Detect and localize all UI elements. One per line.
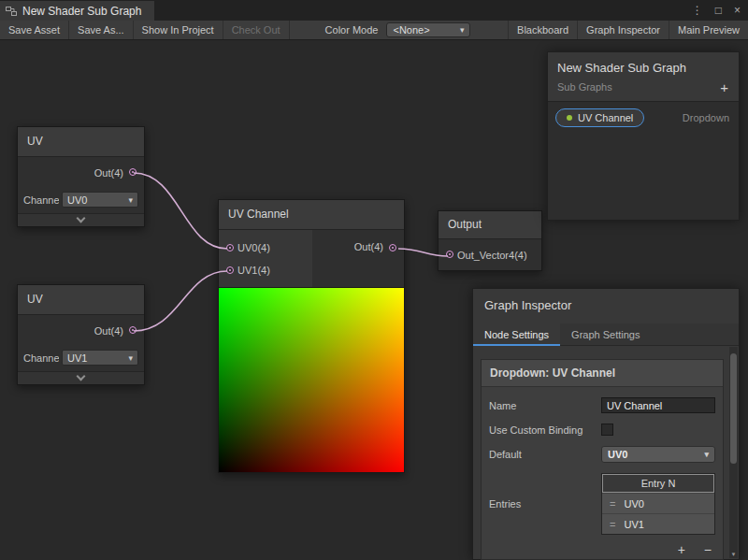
output-port-vector4[interactable] xyxy=(129,168,137,176)
title-bar: New Shader Sub Graph ⋮ □ × xyxy=(0,0,748,21)
drag-handle-icon[interactable]: = xyxy=(610,519,615,530)
name-input[interactable] xyxy=(601,397,715,413)
blackboard-header[interactable]: New Shader Sub Graph Sub Graphs + xyxy=(548,52,739,101)
output-port-label: Out(4) xyxy=(354,241,383,287)
chevron-down-icon: ▾ xyxy=(128,195,133,205)
collapse-chevron-icon xyxy=(77,214,86,223)
color-mode-value: <None> xyxy=(393,24,429,36)
check-out-button: Check Out xyxy=(223,21,290,39)
window-controls: ⋮ □ × xyxy=(692,0,741,21)
channel-dropdown[interactable]: UV1 ▾ xyxy=(62,350,138,366)
input-port-uv0[interactable] xyxy=(226,244,234,251)
tab-graph-settings[interactable]: Graph Settings xyxy=(560,323,651,345)
output-port-row: Out(4) xyxy=(312,230,404,287)
add-property-button[interactable]: + xyxy=(720,82,728,93)
channel-label: Channel xyxy=(23,194,59,206)
blackboard-item-uv-channel[interactable]: UV Channel Dropdown xyxy=(548,102,739,127)
entries-list: Entry N = UV0 = UV1 xyxy=(601,473,715,535)
node-uv-channel[interactable]: UV Channel UV0(4) UV1(4) Out(4) xyxy=(218,199,405,473)
output-port-vector4[interactable] xyxy=(129,326,137,334)
node-title[interactable]: Output xyxy=(439,211,541,239)
property-name: UV Channel xyxy=(578,112,633,123)
node-output-row: Out(4) xyxy=(18,315,144,347)
blackboard-subtitle: Sub Graphs xyxy=(557,81,729,93)
exposed-dot-icon xyxy=(567,115,572,121)
node-output-row: Out(4) xyxy=(18,157,144,189)
color-mode-dropdown[interactable]: <None> ▾ xyxy=(386,22,470,37)
drag-handle-icon[interactable]: = xyxy=(610,498,615,510)
chevron-down-icon: ▾ xyxy=(460,25,465,35)
entry-row[interactable]: = UV1 xyxy=(602,513,714,534)
inspector-content: Dropdown: UV Channel Name Use Custom Bin… xyxy=(473,346,739,560)
main-preview-toggle-button[interactable]: Main Preview xyxy=(669,21,748,39)
default-label: Default xyxy=(489,449,601,460)
entry-row[interactable]: = UV0 xyxy=(602,493,714,513)
dropdown-settings-section: Dropdown: UV Channel Name Use Custom Bin… xyxy=(481,359,724,560)
channel-row: Channel UV1 ▾ xyxy=(18,347,144,371)
graph-inspector-panel: Graph Inspector Node Settings Graph Sett… xyxy=(472,288,740,560)
input-port-label: UV1(4) xyxy=(237,262,312,279)
inspector-tabs: Node Settings Graph Settings xyxy=(473,323,739,346)
name-label: Name xyxy=(489,400,601,411)
channel-row: Channel UV0 ▾ xyxy=(18,189,144,213)
channel-dropdown[interactable]: UV0 ▾ xyxy=(62,192,138,208)
tab-title: New Shader Sub Graph xyxy=(22,5,141,18)
blackboard-panel: New Shader Sub Graph Sub Graphs + UV Cha… xyxy=(547,51,740,221)
inspector-scrollbar[interactable]: ▼ xyxy=(729,347,738,558)
blackboard-title: New Shader Sub Graph xyxy=(557,61,729,75)
add-entry-button[interactable]: + xyxy=(678,542,685,557)
chevron-down-icon: ▾ xyxy=(128,353,133,363)
menu-icon[interactable]: ⋮ xyxy=(692,4,703,17)
node-title[interactable]: UV xyxy=(18,285,144,315)
node-output[interactable]: Output Out_Vector4(4) xyxy=(438,210,542,271)
input-port-uv1[interactable] xyxy=(226,266,234,274)
tab-node-settings[interactable]: Node Settings xyxy=(473,323,560,345)
node-collapse-button[interactable] xyxy=(18,371,144,384)
color-mode-label: Color Mode xyxy=(290,21,387,39)
node-title[interactable]: UV xyxy=(18,127,144,157)
default-dropdown[interactable]: UV0 ▾ xyxy=(601,446,715,463)
node-uv-top[interactable]: UV Out(4) Channel UV0 ▾ xyxy=(17,126,145,227)
node-input-row: Out_Vector4(4) xyxy=(439,239,541,270)
channel-value: UV1 xyxy=(67,352,87,364)
channel-label: Channel xyxy=(23,352,59,364)
use-custom-binding-checkbox[interactable] xyxy=(601,424,613,436)
graph-inspector-toggle-button[interactable]: Graph Inspector xyxy=(577,21,669,39)
property-type: Dropdown xyxy=(683,112,729,123)
entries-toolbar: + − xyxy=(482,535,723,557)
output-port-vector4[interactable] xyxy=(389,244,396,251)
input-port-label: UV0(4) xyxy=(237,239,312,256)
entry-value: UV0 xyxy=(624,498,643,510)
entries-label: Entries xyxy=(489,498,601,510)
inspector-title[interactable]: Graph Inspector xyxy=(473,289,739,323)
shader-graph-window: New Shader Sub Graph ⋮ □ × Save Asset Sa… xyxy=(0,0,748,560)
use-custom-binding-label: Use Custom Binding xyxy=(489,424,601,436)
save-as-button[interactable]: Save As... xyxy=(69,21,134,39)
entries-header: Entry N xyxy=(602,474,714,493)
chevron-down-icon: ▾ xyxy=(704,450,709,459)
remove-entry-button[interactable]: − xyxy=(704,542,712,557)
input-port-label: Out_Vector4(4) xyxy=(457,250,527,261)
scroll-down-icon[interactable]: ▼ xyxy=(729,552,738,557)
show-in-project-button[interactable]: Show In Project xyxy=(134,21,223,39)
output-port-label: Out(4) xyxy=(94,167,123,179)
save-asset-button[interactable]: Save Asset xyxy=(0,21,69,39)
default-value: UV0 xyxy=(608,449,627,460)
property-pill-selected[interactable]: UV Channel xyxy=(555,108,644,127)
document-tab[interactable]: New Shader Sub Graph xyxy=(0,1,154,21)
section-title: Dropdown: UV Channel xyxy=(482,360,723,387)
node-title[interactable]: UV Channel xyxy=(219,200,404,230)
channel-value: UV0 xyxy=(67,194,87,206)
shader-graph-icon xyxy=(6,6,17,17)
close-icon[interactable]: × xyxy=(734,4,741,17)
blackboard-toggle-button[interactable]: Blackboard xyxy=(508,21,577,39)
toolbar-spacer xyxy=(470,21,508,39)
maximize-icon[interactable]: □ xyxy=(715,4,722,17)
node-body: UV0(4) UV1(4) Out(4) xyxy=(219,230,404,288)
settings-fields: Name Use Custom Binding Default UV0 ▾ En… xyxy=(482,387,723,535)
node-collapse-button[interactable] xyxy=(18,213,144,226)
scrollbar-thumb[interactable] xyxy=(730,353,737,464)
collapse-chevron-icon xyxy=(77,372,86,381)
node-uv-bottom[interactable]: UV Out(4) Channel UV1 ▾ xyxy=(17,284,145,385)
entry-value: UV1 xyxy=(624,519,643,530)
